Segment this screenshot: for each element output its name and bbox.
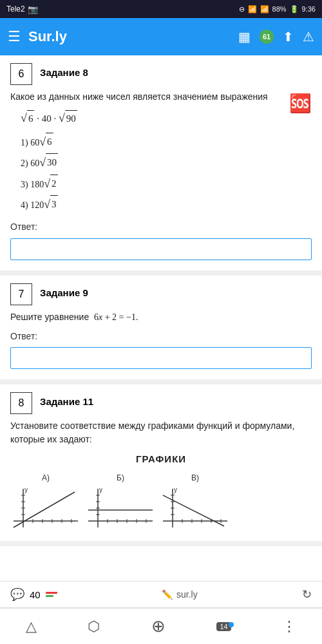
- share-icon: ⬡: [88, 618, 100, 635]
- menu-icon[interactable]: ☰: [8, 28, 21, 45]
- graphs-section: ГРАФИКИ А) y: [10, 451, 312, 531]
- add-icon: ⊕: [151, 616, 166, 636]
- red-line: [46, 592, 57, 594]
- status-bar: Tele2 📷 ⊖ 📶 📶 88% 🔋 9:36: [0, 0, 322, 18]
- task-header-6: 6 Задание 8: [10, 63, 312, 85]
- task-header-7: 7 Задание 9: [10, 283, 312, 305]
- option-2: 2) 60√30: [21, 152, 312, 173]
- nav-count[interactable]: 14: [216, 622, 231, 631]
- task-number-8: 8: [10, 392, 32, 414]
- task-question-6: 🆘 Какое из данных ниже чисел является зн…: [10, 90, 312, 104]
- chat-lines: [46, 592, 57, 597]
- task-body-6: 🆘 Какое из данных ниже чисел является зн…: [10, 90, 312, 260]
- nav-more[interactable]: ⋮: [282, 618, 296, 635]
- camera-icon: 📷: [28, 5, 38, 14]
- battery-text: 88%: [272, 5, 287, 13]
- signal-icon: 📶: [260, 5, 269, 14]
- nav-share[interactable]: ⬡: [88, 618, 100, 635]
- refresh-icon[interactable]: ↻: [302, 587, 312, 601]
- chat-count: 40: [30, 589, 41, 600]
- nav-home[interactable]: △: [26, 618, 37, 635]
- option-1: 1) 60√6: [21, 131, 312, 152]
- task-options-6: 1) 60√6 2) 60√30 3) 180√2 4) 120√3: [21, 131, 312, 215]
- task-body-8: Установите соответствие между графиками …: [10, 419, 312, 531]
- graph-canvas-c: y: [160, 486, 231, 531]
- graph-item-c: В) y: [160, 472, 231, 531]
- document-icon[interactable]: ▦: [238, 29, 251, 44]
- task-question-8: Установите соответствие между графиками …: [10, 419, 312, 446]
- task-header-8: 8 Задание 11: [10, 392, 312, 414]
- graphs-row: А) y: [10, 472, 312, 531]
- svg-text:y: y: [99, 486, 102, 493]
- option-4: 4) 120√3: [21, 194, 312, 214]
- answer-label-7: Ответ:: [10, 329, 312, 343]
- task-card-7: 7 Задание 9 Решите уравнение 6x + 2 = −1…: [0, 276, 322, 384]
- answer-label-6: Ответ:: [10, 220, 312, 234]
- task-number-6: 6: [10, 63, 32, 85]
- task-label-6: Задание 8: [40, 63, 88, 78]
- task-card-6: 6 Задание 8 🆘 Какое из данных ниже чисел…: [0, 55, 322, 276]
- pencil-icon: ✏️: [162, 589, 173, 600]
- more-icon: ⋮: [282, 618, 296, 635]
- graph-label-b: Б): [117, 472, 124, 484]
- nav-icons: ▦ 61 ⬆ ⚠: [238, 29, 314, 44]
- lifebuoy-icon[interactable]: 🆘: [289, 90, 312, 117]
- bottom-info-left: 💬 40: [10, 587, 57, 601]
- task-label-8: Задание 11: [40, 392, 93, 407]
- option-3: 3) 180√2: [21, 173, 312, 194]
- site-url: sur.ly: [176, 589, 198, 600]
- do-not-disturb-icon: ⊖: [239, 5, 245, 14]
- bottom-nav: △ ⬡ ⊕ 14 ⋮: [0, 608, 322, 644]
- graphs-title: ГРАФИКИ: [10, 451, 312, 467]
- chat-icon: 💬: [10, 587, 24, 601]
- svg-text:y: y: [24, 486, 28, 493]
- task-formula-6: √6 · 40 · √90: [21, 109, 312, 128]
- task-body-7: Решите уравнение 6x + 2 = −1. Ответ:: [10, 310, 312, 369]
- site-link: ✏️ sur.ly: [162, 589, 198, 600]
- answer-input-6[interactable]: [10, 238, 312, 260]
- graph-label-c: В): [191, 472, 199, 484]
- bottom-info-bar: 💬 40 ✏️ sur.ly ↻: [0, 581, 322, 608]
- task-label-7: Задание 9: [40, 283, 88, 298]
- svg-text:y: y: [174, 486, 177, 493]
- task-question-7: Решите уравнение 6x + 2 = −1.: [10, 310, 312, 324]
- share-icon[interactable]: ⬆: [283, 29, 294, 44]
- app-title: Sur.ly: [28, 28, 231, 45]
- home-icon: △: [26, 618, 37, 635]
- green-line: [46, 595, 53, 597]
- task-card-8: 8 Задание 11 Установите соответствие меж…: [0, 384, 322, 546]
- graph-item-b: Б) y: [85, 472, 156, 531]
- nav-bar: ☰ Sur.ly ▦ 61 ⬆ ⚠: [0, 18, 322, 55]
- graph-canvas-a: y: [10, 486, 81, 531]
- nav-add[interactable]: ⊕: [151, 616, 166, 636]
- answer-input-7[interactable]: [10, 347, 312, 369]
- task-number-7: 7: [10, 283, 32, 305]
- notification-badge[interactable]: 61: [260, 30, 274, 44]
- warning-icon[interactable]: ⚠: [303, 29, 314, 44]
- graph-item-a: А) y: [10, 472, 81, 531]
- nav-dot: [229, 622, 234, 627]
- time-text: 9:36: [302, 5, 316, 13]
- graph-label-a: А): [42, 472, 50, 484]
- carrier-text: Tele2: [6, 5, 25, 14]
- main-content: 6 Задание 8 🆘 Какое из данных ниже чисел…: [0, 55, 322, 581]
- graph-canvas-b: y: [85, 486, 156, 531]
- battery-icon: 🔋: [290, 5, 299, 14]
- wifi-icon: 📶: [248, 5, 257, 14]
